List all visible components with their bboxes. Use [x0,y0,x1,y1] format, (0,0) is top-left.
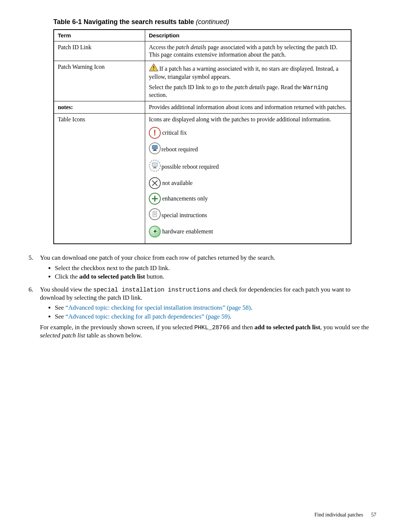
link-patch-dependencies[interactable]: “Advanced topic: checking for all patch … [66,313,230,320]
emphasis-patch-details: patch details [235,84,265,90]
emphasis-selected-patch-list: selected patch list [40,332,85,339]
table-caption-continued: (continued) [194,18,229,26]
step-6-example-para: For example, in the previously shown scr… [40,323,376,339]
search-results-table: Term Description Patch ID Link Access th… [53,29,351,245]
text: See [55,313,66,320]
text: Select the patch ID link to go to the [149,84,235,90]
critical-fix-icon: ! [149,127,161,139]
table-caption: Table 6-1 Navigating the search results … [53,18,376,26]
mono-special-install: special installation instructions [93,287,211,293]
warning-triangle-icon [149,63,159,73]
mono-warning: Warning [303,84,328,91]
text: Access the [149,44,176,50]
step-5: You can download one patch of your choic… [35,254,376,280]
icon-label: reboot required [161,146,198,153]
text: page. Read the [265,84,303,90]
icon-label: hardware enablement [162,228,213,235]
text: and then [230,324,254,331]
desc-notes: Provides additional information about ic… [145,101,351,114]
text: . [251,304,252,311]
table-caption-main: Table 6-1 Navigating the search results … [53,18,194,26]
mono-phkl: PHKL_28766 [194,324,230,331]
icon-row-critical: ! critical fix [149,127,347,139]
special-instructions-icon [149,208,161,222]
term-notes: notes: [54,101,145,114]
desc-patch-id-link: Access the patch details page associated… [145,41,351,61]
table-row: notes: Provides additional information a… [54,101,351,114]
text: Click the [55,273,79,280]
step-6-bullets: See “Advanced topic: checking for specia… [55,304,376,320]
bold-add-to-list: add to selected patch list [79,273,145,280]
svg-rect-5 [154,149,156,150]
header-description: Description [145,30,351,41]
text: For example, in the previously shown scr… [40,324,194,331]
term-table-icons: Table Icons [54,114,145,244]
icon-row-not-available: not available [149,177,347,189]
svg-rect-4 [152,145,157,149]
step-6: You should view the special installation… [35,286,376,339]
text: If a patch has a warning associated with… [149,65,339,80]
icon-label: not available [162,179,193,187]
text: . [230,313,231,320]
list-item: See “Advanced topic: checking for specia… [55,304,376,312]
svg-rect-2 [153,69,154,70]
icon-row-hardware-enablement: hardware enablement [149,226,347,238]
svg-rect-8 [152,163,157,166]
list-item: Click the add to selected patch list but… [55,273,376,280]
table-row: Table Icons Icons are displayed along wi… [54,114,351,244]
numbered-steps: You can download one patch of your choic… [35,254,376,339]
emphasis-patch-details: patch details [176,44,206,50]
text: See [55,304,66,311]
hardware-enablement-icon [149,226,161,238]
reboot-required-icon [149,142,161,156]
bold-add-to-list: add to selected patch list [254,324,320,331]
icon-row-reboot: reboot required [149,142,347,156]
text-block: Select the patch ID link to go to the pa… [149,84,347,99]
step-5-text: You can download one patch of your choic… [40,254,275,261]
icon-row-possible-reboot: possible reboot required [149,160,347,174]
icon-row-special-instructions: special instructions [149,208,347,222]
possible-reboot-icon [149,160,161,174]
step-5-bullets: Select the checkbox next to the patch ID… [55,264,376,281]
not-available-icon [149,177,161,189]
term-patch-id-link: Patch ID Link [54,41,145,61]
icon-label: enhancements only [162,195,208,202]
svg-rect-10 [153,168,157,168]
link-special-install-instructions[interactable]: “Advanced topic: checking for special in… [66,304,251,311]
svg-rect-6 [153,150,157,151]
list-item: Select the checkbox next to the patch ID… [55,264,376,272]
text: You should view the [40,286,93,293]
desc-patch-warning-icon: If a patch has a warning associated with… [145,61,351,101]
text: , you would see the [320,324,369,331]
text: button. [145,273,164,280]
text: section. [149,92,167,98]
desc-table-icons: Icons are displayed along with the patch… [145,114,351,244]
svg-rect-1 [153,66,154,68]
table-row: Patch ID Link Access the patch details p… [54,41,351,61]
enhancements-only-icon [149,193,161,205]
icon-label: special instructions [161,212,207,219]
table-row: Patch Warning Icon If a patch has a warn… [54,61,351,101]
text: table as shown below. [85,332,142,339]
icon-label: critical fix [162,129,187,137]
list-item: See “Advanced topic: checking for all pa… [55,313,376,320]
icon-row-enhancements: enhancements only [149,193,347,205]
svg-rect-9 [154,167,156,168]
term-patch-warning-icon: Patch Warning Icon [54,61,145,101]
header-term: Term [54,30,145,41]
icon-label: possible reboot required [161,163,219,171]
icons-intro: Icons are displayed along with the patch… [149,116,347,123]
